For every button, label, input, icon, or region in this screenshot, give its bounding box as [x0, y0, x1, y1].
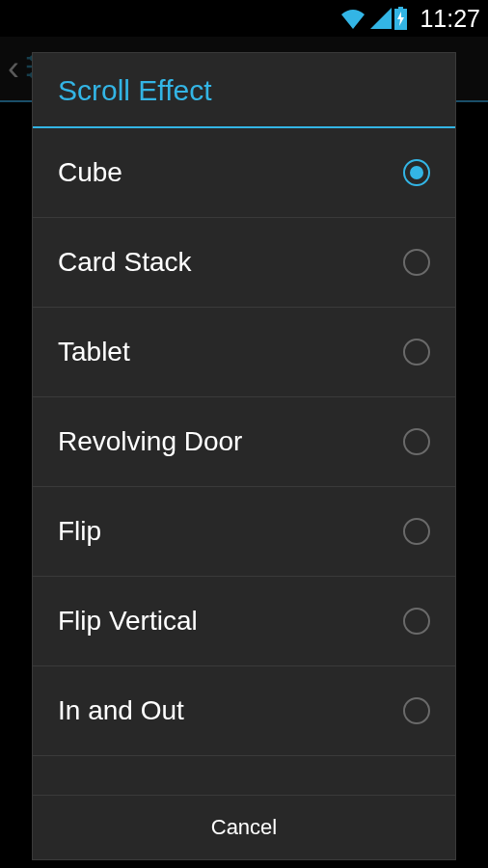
option-label: Revolving Door [58, 426, 242, 457]
option-label: Card Stack [58, 247, 192, 278]
status-bar: 11:27 [0, 0, 488, 37]
radio-icon [403, 339, 430, 366]
option-accordion[interactable]: Accordion [33, 756, 455, 795]
option-label: Cube [58, 157, 122, 188]
radio-icon [403, 159, 430, 186]
radio-icon [403, 697, 430, 724]
dialog-title: Scroll Effect [33, 53, 455, 128]
radio-icon [403, 428, 430, 455]
back-chevron-icon: ‹ [8, 48, 19, 89]
option-flip-vertical[interactable]: Flip Vertical [33, 577, 455, 666]
wifi-icon [339, 8, 366, 29]
option-cube[interactable]: Cube [33, 128, 455, 218]
battery-icon [393, 7, 408, 30]
radio-icon [403, 608, 430, 635]
radio-icon [403, 518, 430, 545]
status-icons [339, 7, 408, 30]
cancel-button[interactable]: Cancel [33, 795, 455, 859]
option-revolving-door[interactable]: Revolving Door [33, 397, 455, 487]
options-list: Cube Card Stack Tablet Revolving Door Fl… [33, 128, 455, 795]
signal-icon [368, 8, 392, 29]
option-flip[interactable]: Flip [33, 487, 455, 577]
radio-icon [403, 249, 430, 276]
status-time: 11:27 [420, 5, 480, 33]
dialog: Scroll Effect Cube Card Stack Tablet Rev… [32, 52, 456, 860]
option-label: In and Out [58, 695, 184, 726]
option-in-and-out[interactable]: In and Out [33, 666, 455, 756]
option-label: Tablet [58, 337, 130, 367]
option-label: Flip Vertical [58, 606, 198, 637]
svg-rect-0 [398, 7, 403, 9]
option-label: Flip [58, 516, 101, 547]
option-tablet[interactable]: Tablet [33, 308, 455, 397]
option-card-stack[interactable]: Card Stack [33, 218, 455, 308]
